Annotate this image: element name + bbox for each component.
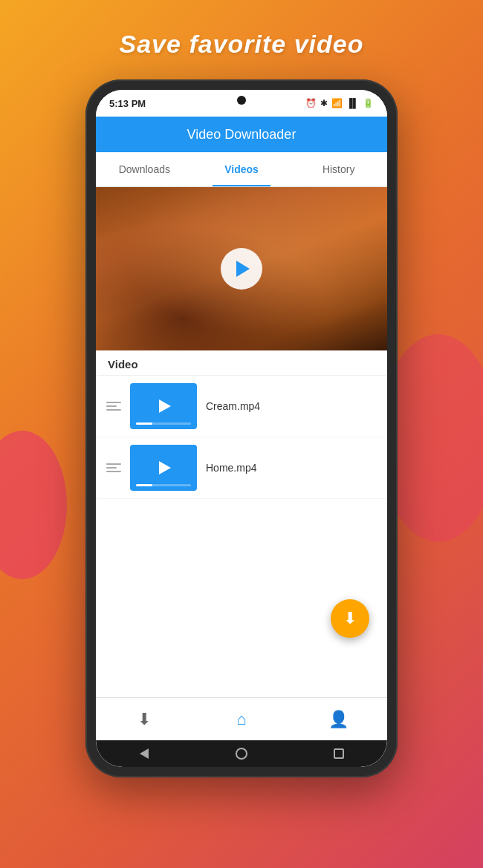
video-thumbnail-1[interactable] xyxy=(130,383,197,429)
back-arrow-icon xyxy=(140,748,149,759)
video-thumbnail-2[interactable] xyxy=(130,445,197,491)
progress-bar xyxy=(136,484,191,486)
recents-button[interactable] xyxy=(331,746,346,761)
download-fab-icon: ⬇ xyxy=(343,609,357,628)
phone-frame: 5:13 PM ⏰ ✱ 📶 ▐▌ 🔋 Video Downloader Down… xyxy=(85,79,398,777)
bottom-nav: ⬇ ⌂ 👤 xyxy=(96,697,387,740)
nav-home[interactable]: ⌂ xyxy=(219,698,264,740)
nav-download[interactable]: ⬇ xyxy=(122,698,166,740)
play-icon xyxy=(236,261,250,277)
alarm-icon: ⏰ xyxy=(305,98,317,108)
video-item[interactable]: Cream.mp4 xyxy=(96,376,387,437)
progress-fill xyxy=(136,484,152,486)
android-nav-bar xyxy=(96,740,387,767)
video-list: Cream.mp4 Home.mp4 ⬇ xyxy=(96,376,387,697)
signal-icon: ▐▌ xyxy=(346,98,359,108)
home-button[interactable] xyxy=(234,746,249,761)
battery-icon: 🔋 xyxy=(363,98,374,108)
drag-handle-icon xyxy=(106,402,121,411)
tab-bar: Downloads Videos History xyxy=(96,152,387,187)
video-filename-1: Cream.mp4 xyxy=(206,400,377,412)
video-hero[interactable] xyxy=(96,187,387,350)
app-bar-title: Video Downloader xyxy=(187,127,296,143)
download-fab[interactable]: ⬇ xyxy=(331,599,369,638)
progress-bar xyxy=(136,422,191,425)
nav-profile[interactable]: 👤 xyxy=(317,698,361,740)
play-icon xyxy=(159,461,171,474)
status-icons: ⏰ ✱ 📶 ▐▌ 🔋 xyxy=(305,98,374,108)
recents-square-icon xyxy=(334,748,344,759)
page-title: Save favorite video xyxy=(120,30,364,59)
tab-videos[interactable]: Videos xyxy=(193,152,291,186)
home-nav-icon: ⌂ xyxy=(236,710,246,729)
profile-nav-icon: 👤 xyxy=(328,710,349,729)
video-filename-2: Home.mp4 xyxy=(206,462,377,474)
download-nav-icon: ⬇ xyxy=(137,710,151,729)
drag-handle-icon xyxy=(106,463,121,472)
play-button[interactable] xyxy=(221,248,262,290)
status-time: 5:13 PM xyxy=(109,98,146,109)
video-item[interactable]: Home.mp4 xyxy=(96,437,387,499)
tab-downloads[interactable]: Downloads xyxy=(96,152,193,186)
progress-fill xyxy=(136,422,152,425)
tab-history[interactable]: History xyxy=(290,152,387,186)
bluetooth-icon: ✱ xyxy=(320,98,328,108)
wifi-icon: 📶 xyxy=(331,98,343,108)
section-header: Video xyxy=(96,350,387,376)
play-icon xyxy=(159,399,171,413)
app-bar: Video Downloader xyxy=(96,117,387,152)
camera-notch xyxy=(237,96,246,105)
back-button[interactable] xyxy=(137,746,152,761)
home-circle-icon xyxy=(236,748,247,760)
